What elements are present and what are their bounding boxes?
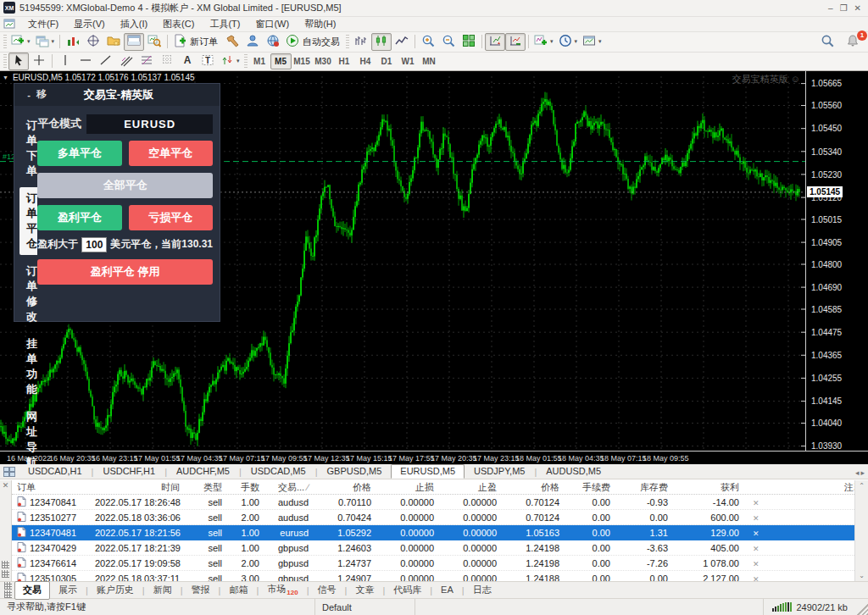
profiles-button[interactable]: ▾ [33,33,58,51]
panel-nav-订单下单[interactable]: 订单下单 [14,114,37,182]
scroll-up-icon[interactable]: ⌃ [859,482,865,490]
chart-tab-GBPUSD-M5[interactable]: GBPUSD,M5 [318,464,392,479]
timeframe-D1[interactable]: D1 [376,53,398,69]
chart-tabs-scroll[interactable]: ◂▸ [852,468,868,479]
horizontal-line-tool-button[interactable] [75,53,96,70]
new-order-button[interactable]: 新订单 [170,33,222,51]
timeframe-M5[interactable]: M5 [270,53,292,69]
templates-button[interactable]: ▾ [580,33,604,51]
bar-chart-button[interactable] [351,33,371,51]
order-row-123470481[interactable]: 1234704812022.05.17 18:21:56sell1.00euru… [12,525,868,540]
close-position-icon[interactable]: ✕ [753,514,760,523]
column-header-time[interactable]: 时间 [90,481,185,494]
column-header-swap[interactable]: 库存费 [615,481,673,494]
close-mode-symbol[interactable]: EURUSD [86,114,213,134]
column-header-commission[interactable]: 手续费 [565,481,615,494]
terminal-tab-日志[interactable]: 日志 [465,581,500,600]
chart-tab-USDCAD-H1[interactable]: USDCAD,H1 [19,464,92,479]
collapse-icon[interactable]: ▼ [3,75,8,80]
metaeditor-button[interactable] [222,33,242,51]
notifications-button[interactable]: 1 [843,33,863,51]
close-loss-button[interactable]: 亏损平仓 [129,205,213,230]
terminal-scrollbar[interactable]: ⌃ ⌄ [854,480,868,581]
text-tool-button[interactable]: A [177,53,198,70]
trade-assistant-panel[interactable]: - 移 交易宝-精英版 订单下单订单平仓订单修改挂单功能网址导航联系我们 平仓模… [14,83,220,322]
terminal-tab-文章[interactable]: 文章 [347,581,382,600]
channel-tool-button[interactable] [116,53,136,70]
column-header-price2[interactable]: 价格 [502,481,565,494]
timeframe-W1[interactable]: W1 [398,53,419,69]
chart-tab-USDCHF-H1[interactable]: USDCHF,H1 [93,464,164,479]
timeframe-M30[interactable]: M30 [313,53,334,69]
terminal-tab-警报[interactable]: 警报 [183,581,219,600]
menu-文件[interactable]: 文件(F) [20,16,66,32]
terminal-button[interactable] [124,33,144,51]
terminal-tab-市场[interactable]: 市场120 [259,580,306,600]
chart-tab-USDCAD-M5[interactable]: USDCAD,M5 [242,464,315,479]
terminal-tab-交易[interactable]: 交易 [14,581,50,600]
grid-tool-button[interactable] [157,53,177,70]
cursor-tool-button[interactable] [8,53,29,70]
panel-nav-订单修改[interactable]: 订单修改 [14,260,37,328]
menu-工具[interactable]: 工具(T) [202,16,248,32]
chart-area[interactable]: #123470481 sell 1.00 ▼ EURUSD,M5 1.05172… [0,71,868,464]
community-button[interactable] [242,33,263,51]
close-position-icon[interactable]: ✕ [753,529,760,538]
auto-scroll-button[interactable] [505,33,526,51]
close-position-icon[interactable]: ✕ [753,545,760,553]
timeframe-M1[interactable]: M1 [249,53,270,69]
close-all-button[interactable]: 全部平仓 [37,173,213,198]
terminal-tab-信号[interactable]: 信号 [309,581,345,600]
label-tool-button[interactable]: T [198,53,218,70]
indicators-button[interactable]: ▾ [531,33,556,51]
line-chart-button[interactable] [392,33,412,51]
chart-tab-USDJPY-M5[interactable]: USDJPY,M5 [465,464,534,479]
close-position-icon[interactable]: ✕ [753,560,760,568]
mql5-button[interactable] [263,33,283,51]
column-header-type[interactable]: 类型 [185,481,227,494]
terminal-tab-展示[interactable]: 展示 [50,581,86,600]
menu-帮助[interactable]: 帮助(H) [297,16,343,32]
column-header-price[interactable]: 价格 [314,481,376,494]
resize-grip[interactable] [856,599,868,615]
trade-panel-titlebar[interactable]: - 移 交易宝-精英版 [14,84,220,106]
column-header-tp[interactable]: 止盈 [439,481,502,494]
close-profit-button[interactable]: 盈利平仓 [37,205,121,230]
close-position-icon[interactable]: ✕ [753,499,760,507]
profit-close-toggle-button[interactable]: 盈利平仓 停用 [37,259,213,285]
column-header-comment[interactable]: 注释 [761,481,868,494]
chart-shift-button[interactable] [485,33,505,51]
order-row-123476614[interactable]: 1234766142022.05.17 19:09:58sell2.00gbpu… [12,556,868,571]
terminal-tab-邮箱[interactable]: 邮箱 [220,581,256,600]
column-header-lots[interactable]: 手数 [227,481,264,494]
terminal-tab-新闻[interactable]: 新闻 [145,581,181,600]
terminal-tab-账户历史[interactable]: 账户历史 [88,581,142,600]
terminal-tab-代码库[interactable]: 代码库 [385,581,430,600]
market-watch-button[interactable] [63,33,83,51]
menu-窗口[interactable]: 窗口(W) [248,16,297,32]
close-button[interactable]: ✕ [854,3,861,13]
timeframe-M15[interactable]: M15 [292,53,313,69]
status-template[interactable]: Default [315,599,415,615]
order-row-123510305[interactable]: 1235103052022.05.18 03:37:11sell3.00gbpu… [12,571,868,581]
fibonacci-tool-button[interactable] [136,53,157,70]
column-header-symbol[interactable]: 交易... ∕ [264,481,314,494]
chart-tab-AUDCHF-M5[interactable]: AUDCHF,M5 [167,464,239,479]
minimize-button[interactable]: – [828,3,833,13]
panel-nav-订单平仓[interactable]: 订单平仓 [19,187,37,255]
panel-nav-挂单功能[interactable]: 挂单功能 [14,333,37,401]
price-axis[interactable]: 1.056651.055601.054501.053401.052301.051… [805,71,868,451]
panel-minimize-button[interactable]: - [21,90,36,100]
vertical-line-tool-button[interactable] [55,53,75,70]
zoom-out-button[interactable] [438,33,459,51]
timeframe-MN[interactable]: MN [419,53,440,69]
data-window-button[interactable] [83,33,103,51]
terminal-close-icon[interactable]: ✕ [3,482,9,490]
maximize-button[interactable]: ❐ [840,3,848,13]
chart-tab-EURUSD-M5[interactable]: EURUSD,M5 [391,464,465,479]
chart-tab-AUDUSD-M5[interactable]: AUDUSD,M5 [537,464,610,479]
menu-显示[interactable]: 显示(V) [66,16,113,32]
panel-nav-网址导航[interactable]: 网址导航 [14,406,37,464]
periods-button[interactable]: ▾ [556,33,581,51]
column-header-profit[interactable]: 获利 [673,481,744,494]
